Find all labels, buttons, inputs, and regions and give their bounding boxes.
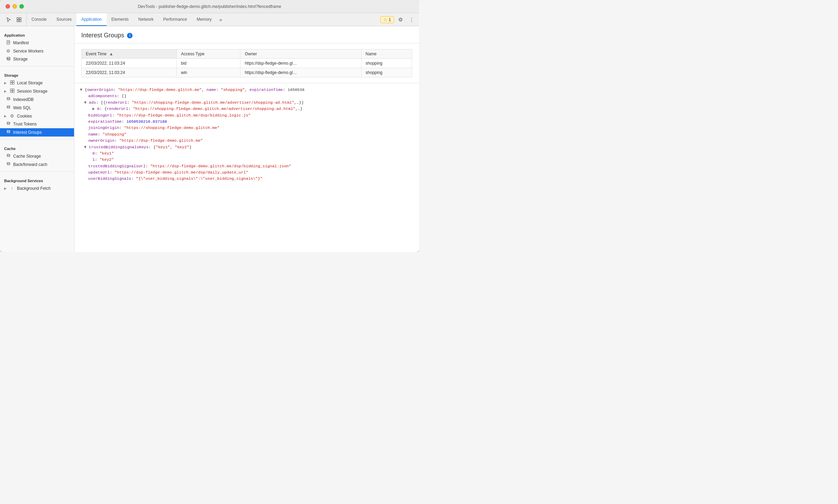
sidebar-cache-storage-label: Cache Storage [13,154,41,159]
svg-point-22 [7,162,10,164]
panel-title-text: Interest Groups [81,32,124,39]
session-storage-chevron: ▶ [4,90,7,93]
tab-network[interactable]: Network [134,13,158,26]
sidebar-back-forward-cache-label: Back/forward cach [13,162,47,167]
sidebar-item-back-forward-cache[interactable]: Back/forward cach [0,160,74,169]
sidebar-trust-tokens-label: Trust Tokens [13,122,37,127]
json-line-5: biddingUrl: "https://dsp-fledge-demo.gli… [80,112,413,119]
storage-app-icon [6,56,11,62]
sidebar-interest-groups-label: Interest Groups [13,130,42,135]
cursor-tool[interactable] [4,15,13,24]
table-row[interactable]: 22/03/2022, 11:03:24 win https://dsp-fle… [82,68,412,77]
titlebar: DevTools - publisher-fledge-demo.glitch.… [0,0,419,13]
cell-access-type-1: bid [177,59,240,68]
svg-rect-10 [12,81,14,82]
json-line-4: ▶ 0: {renderUrl: "https://shopping-fledg… [80,106,413,112]
more-options-button[interactable]: ⋮ [407,15,416,25]
inspect-tool[interactable] [15,15,24,24]
sidebar-section-storage: Storage [0,69,74,79]
back-forward-cache-icon [6,162,11,167]
json-line-9: ownerOrigin: "https://dsp-fledge-demo.gl… [80,138,413,144]
json-line-6: expirationTime: 1650538216.837188 [80,119,413,125]
devtools-window: DevTools - publisher-fledge-demo.glitch.… [0,0,419,252]
svg-rect-1 [19,18,21,19]
col-owner-label: Owner [245,52,257,56]
col-owner[interactable]: Owner [240,49,361,59]
svg-rect-16 [12,91,14,93]
cell-owner-1: https://dsp-fledge-demo.gl… [240,59,361,68]
cell-name-2: shopping [361,68,412,77]
json-viewer: ▼ {ownerOrigin: "https://dsp-fledge-demo… [74,83,419,252]
sidebar-item-manifest-label: Manifest [13,40,29,45]
info-icon-button[interactable]: i [127,33,133,38]
table-row[interactable]: 22/03/2022, 11:03:24 bid https://dsp-fle… [82,59,412,68]
sidebar-item-trust-tokens[interactable]: Trust Tokens [0,120,74,128]
session-storage-icon [9,88,15,94]
sidebar-item-cache-storage[interactable]: Cache Storage [0,152,74,160]
json-line-11: 0: "key1" [80,150,413,157]
cookies-icon: ⚙ [9,113,15,119]
svg-rect-9 [10,81,12,82]
tab-console[interactable]: Console [27,13,52,26]
maximize-button[interactable] [19,4,24,9]
sidebar-section-application: Application [0,29,74,39]
col-name[interactable]: Name [361,49,412,59]
tab-memory[interactable]: Memory [192,13,217,26]
sidebar-item-background-fetch[interactable]: ▶ ↑ Background Fetch [0,184,74,192]
json-line-10: ▼ trustedBiddingSignalsKeys: ["key1", "k… [80,144,413,150]
svg-point-18 [7,106,10,107]
window-title: DevTools - publisher-fledge-demo.glitch.… [138,4,281,9]
sidebar-item-manifest[interactable]: Manifest [0,39,74,47]
cell-access-type-2: win [177,68,240,77]
sidebar-item-session-storage[interactable]: ▶ Session Storage [0,87,74,95]
sidebar-item-interest-groups[interactable]: Interest Groups [0,128,74,137]
sidebar-indexeddb-label: IndexedDB [13,97,34,102]
svg-point-19 [7,122,10,123]
svg-rect-13 [10,89,12,91]
json-line-3: ▼ ads: [{renderUrl: "https://shopping-fl… [80,100,413,106]
sidebar-item-web-sql[interactable]: Web SQL [0,104,74,112]
background-fetch-icon: ↑ [9,186,15,191]
col-access-type[interactable]: Access Type [177,49,240,59]
sidebar: Application Manifest ⚙ Service Workers S… [0,26,74,252]
main-content: Application Manifest ⚙ Service Workers S… [0,26,419,252]
cache-storage-icon [6,153,11,159]
svg-point-20 [7,130,10,131]
json-collapse-3[interactable]: ▼ [84,100,86,105]
sidebar-section-background: Background Services [0,175,74,184]
col-event-time[interactable]: Event Time ▲ [82,49,177,59]
sidebar-item-storage-app[interactable]: Storage [0,55,74,63]
warning-icon: ⚠ [383,17,387,22]
svg-rect-15 [10,91,12,93]
cell-event-time-1: 22/03/2022, 11:03:24 [82,59,177,68]
svg-rect-2 [17,20,19,22]
json-line-14: updateUrl: "https://dsp-fledge-demo.glit… [80,169,413,176]
json-collapse-4[interactable]: ▶ [92,106,95,111]
interest-groups-table-wrapper: Event Time ▲ Access Type Owner Name [74,44,419,83]
sidebar-local-storage-label: Local Storage [17,81,43,85]
sidebar-item-local-storage[interactable]: ▶ Local Storage [0,79,74,87]
sidebar-item-indexeddb[interactable]: IndexedDB [0,95,74,104]
json-line-15: userBiddingSignals: "{\"user_bidding_sig… [80,176,413,182]
minimize-button[interactable] [12,4,17,9]
sidebar-section-cache: Cache [0,142,74,152]
tab-sources[interactable]: Sources [52,13,76,26]
more-tabs-button[interactable]: » [217,13,225,26]
web-sql-icon [6,105,11,111]
tab-elements[interactable]: Elements [107,13,134,26]
sidebar-sep-3 [0,171,74,172]
tab-application[interactable]: Application [76,13,107,26]
sidebar-item-service-workers[interactable]: ⚙ Service Workers [0,47,74,55]
json-collapse-10[interactable]: ▼ [84,145,86,149]
json-line-1: ▼ {ownerOrigin: "https://dsp-fledge-demo… [80,87,413,93]
warning-button[interactable]: ⚠ 1 [380,16,394,23]
sidebar-background-fetch-label: Background Fetch [17,186,51,191]
col-event-time-label: Event Time [86,52,107,56]
col-name-label: Name [366,52,377,56]
sidebar-item-cookies[interactable]: ▶ ⚙ Cookies [0,112,74,120]
close-button[interactable] [6,4,10,9]
cell-event-time-2: 22/03/2022, 11:03:24 [82,68,177,77]
settings-button[interactable]: ⚙ [395,15,405,25]
tab-performance[interactable]: Performance [158,13,192,26]
json-collapse-1[interactable]: ▼ [80,87,82,92]
